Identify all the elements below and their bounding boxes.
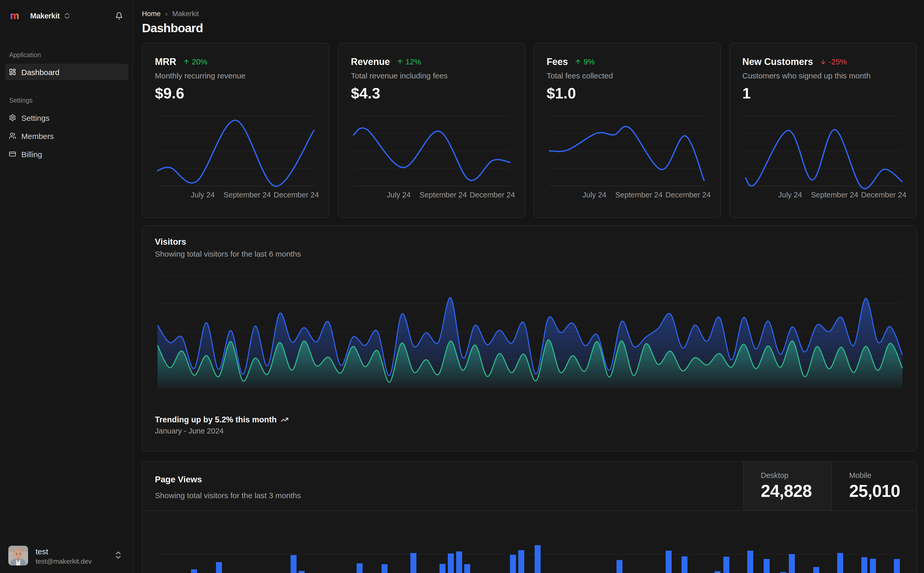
svg-text:December 24: December 24 xyxy=(470,191,515,199)
svg-text:September 24: September 24 xyxy=(224,191,271,199)
svg-text:September 24: September 24 xyxy=(419,191,467,199)
svg-text:July 24: July 24 xyxy=(191,191,215,199)
svg-text:September 24: September 24 xyxy=(615,191,662,199)
svg-text:September 24: September 24 xyxy=(811,191,858,199)
svg-text:July 24: July 24 xyxy=(387,191,411,199)
svg-text:December 24: December 24 xyxy=(861,191,906,199)
svg-text:m: m xyxy=(10,10,19,21)
svg-text:December 24: December 24 xyxy=(274,191,319,199)
svg-text:July 24: July 24 xyxy=(778,191,802,199)
svg-text:July 24: July 24 xyxy=(582,191,606,199)
svg-text:December 24: December 24 xyxy=(665,191,711,199)
